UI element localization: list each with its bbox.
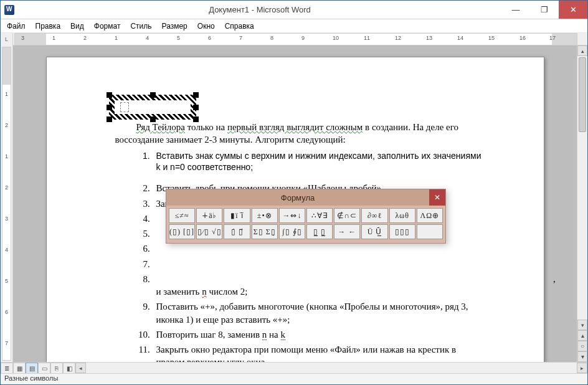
formula-body: ≤≠≈ ∔ä♭ ▮ï ï̈ ±•⊗ →⇔↓ ∴∀∃ ∉∩⊂ ∂∞ℓ λωθ ΛΩ…	[166, 206, 445, 243]
palette-greek-upper[interactable]: ΛΩ⊕	[417, 208, 443, 223]
scroll-down-button[interactable]: ▾	[577, 320, 587, 330]
formula-close-button[interactable]: ✕	[429, 189, 445, 206]
hscroll-left[interactable]: ◂	[75, 363, 86, 373]
resize-handle-bl[interactable]	[107, 116, 112, 122]
steps-list: Вставить знак суммы с верхним и нижним и…	[153, 150, 481, 363]
palette-spaces[interactable]: ∔ä♭	[196, 208, 222, 223]
resize-handle-b[interactable]	[150, 116, 156, 122]
menubar: Файл Правка Вид Формат Стиль Размер Окно…	[1, 19, 587, 33]
statusbar: Разные символы	[1, 373, 587, 384]
step-9: Поставить «+», добавить многоточие (кноп…	[153, 300, 481, 326]
view-web[interactable]: ▦	[13, 363, 26, 374]
window-title: Документ1 - Microsoft Word	[18, 5, 501, 14]
template-over-under[interactable]: Ū Ū̲	[361, 224, 387, 239]
menu-format[interactable]: Формат	[89, 20, 126, 32]
palette-arrows[interactable]: →⇔↓	[279, 208, 305, 223]
template-sums[interactable]: Σ▯ Σ▯̣	[252, 224, 278, 239]
palette-operators[interactable]: ±•⊗	[252, 208, 278, 223]
template-scripts[interactable]: ▯̇ ▯⃗	[224, 224, 250, 239]
horizontal-scroll-row: ≣ ▦ ▤ ▭ ⎘ ◧ ◂ ▸	[1, 362, 587, 373]
template-fractions[interactable]: ▯⁄▯ √▯	[196, 224, 222, 239]
formula-titlebar[interactable]: Формула ✕	[166, 189, 445, 206]
close-button[interactable]: ✕	[559, 1, 587, 19]
app-window: Документ1 - Microsoft Word — ❐ ✕ Файл Пр…	[0, 0, 588, 385]
equation-placeholder[interactable]	[120, 102, 129, 112]
resize-handle-tr[interactable]	[193, 92, 199, 98]
palette-misc[interactable]: ∂∞ℓ	[361, 208, 387, 223]
formula-row-1: ≤≠≈ ∔ä♭ ▮ï ï̈ ±•⊗ →⇔↓ ∴∀∃ ∉∩⊂ ∂∞ℓ λωθ ΛΩ…	[169, 208, 443, 223]
step-7	[153, 258, 481, 270]
template-labeled-arrows[interactable]: → ←	[334, 224, 360, 239]
palette-greek-lower[interactable]: λωθ	[389, 208, 415, 223]
status-text: Разные символы	[4, 374, 58, 382]
step-11: Закрыть окно редактора при помощи меню «…	[153, 343, 481, 362]
scroll-up-button[interactable]: ▴	[577, 45, 587, 56]
word-icon	[4, 5, 14, 15]
resize-handle-l[interactable]	[107, 105, 112, 110]
menu-window[interactable]: Окно	[192, 20, 220, 32]
view-draft[interactable]: ◧	[63, 363, 75, 374]
scroll-thumb[interactable]	[579, 57, 586, 132]
palette-logical[interactable]: ∴∀∃	[306, 208, 333, 223]
browse-object-button[interactable]: ○	[577, 341, 587, 351]
intro-paragraph: Ряд Тейлора только на первый взгляд выгл…	[115, 121, 481, 146]
next-page-button[interactable]: ▾	[577, 351, 587, 362]
titlebar: Документ1 - Microsoft Word — ❐ ✕	[1, 1, 587, 19]
menu-edit[interactable]: Правка	[31, 20, 66, 32]
view-reading[interactable]: ⎘	[50, 363, 63, 374]
menu-style[interactable]: Стиль	[125, 20, 156, 32]
resize-handle-r[interactable]	[193, 105, 199, 110]
template-bars[interactable]: ▯̲ ▯̲	[306, 224, 333, 239]
formula-palette[interactable]: Формула ✕ ≤≠≈ ∔ä♭ ▮ï ï̈ ±•⊗ →⇔↓ ∴∀∃ ∉∩⊂ …	[166, 189, 446, 244]
maximize-button[interactable]: ❐	[530, 1, 559, 19]
step-6	[153, 242, 481, 255]
horizontal-scrollbar[interactable]: ◂ ▸	[75, 363, 587, 373]
template-fences[interactable]: (▯) [▯]	[169, 224, 195, 239]
resize-handle-t[interactable]	[150, 92, 156, 98]
template-integrals[interactable]: ∫▯ ∮▯	[279, 224, 305, 239]
menu-view[interactable]: Вид	[65, 20, 89, 32]
view-outline[interactable]: ▭	[38, 363, 50, 374]
step-10: Повторить шаг 8, заменив n на k	[153, 328, 481, 341]
view-buttons: ≣ ▦ ▤ ▭ ⎘ ◧	[1, 363, 75, 373]
formula-row-2: (▯) [▯] ▯⁄▯ √▯ ▯̇ ▯⃗ Σ▯ Σ▯̣ ∫▯ ∮▯ ▯̲ ▯̲ …	[169, 224, 443, 239]
formula-title-text: Формула	[166, 193, 429, 202]
vertical-scrollbar[interactable]: ▴ ▾ ▴ ○ ▾	[577, 45, 587, 362]
resize-handle-br[interactable]	[193, 116, 199, 122]
palette-relational[interactable]: ≤≠≈	[169, 208, 195, 223]
horizontal-ruler-row: L 312 145 678 91011 121314 151617	[1, 33, 587, 45]
menu-help[interactable]: Справка	[220, 20, 259, 32]
horizontal-ruler[interactable]: 312 145 678 91011 121314 151617	[14, 33, 577, 45]
view-normal[interactable]: ≣	[1, 363, 13, 374]
view-print[interactable]: ▤	[26, 363, 38, 374]
palette-settheory[interactable]: ∉∩⊂	[334, 208, 360, 223]
palette-embellish[interactable]: ▮ï ï̈	[224, 208, 250, 223]
hscroll-right[interactable]: ▸	[577, 363, 587, 373]
minimize-button[interactable]: —	[501, 1, 530, 19]
vertical-ruler[interactable]: 121 234 567	[1, 45, 13, 362]
resize-handle-tl[interactable]	[107, 92, 112, 98]
step-8: xxxxxxxxxxxxxxxxxxxxxxxxxxxxxxxxxxxxxxxx…	[153, 273, 481, 298]
ruler-corner[interactable]: L	[1, 33, 13, 45]
menu-file[interactable]: Файл	[2, 20, 31, 32]
step-1: Вставить знак суммы с верхним и нижним и…	[153, 150, 481, 174]
window-buttons: — ❐ ✕	[501, 1, 587, 19]
equation-object[interactable]	[109, 95, 196, 120]
template-empty[interactable]	[417, 224, 443, 239]
prev-page-button[interactable]: ▴	[577, 330, 587, 341]
menu-size[interactable]: Размер	[157, 20, 192, 32]
template-matrices[interactable]: ▯▯▯	[389, 224, 415, 239]
